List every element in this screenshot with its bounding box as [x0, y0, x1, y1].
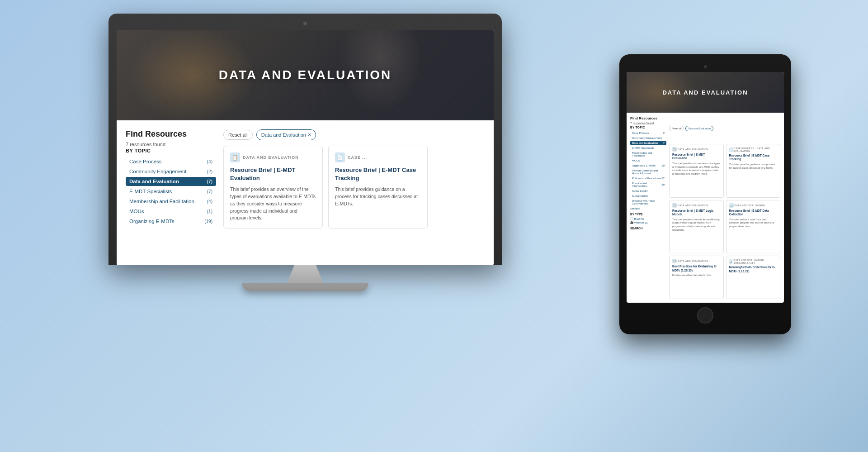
- t-card-icon-3: 📋: [672, 203, 677, 208]
- t-search-label: SEARCH: [630, 227, 666, 230]
- sidebar-title: Find Resources: [126, 129, 216, 139]
- t-topic-data-eval[interactable]: Data and Evaluation7: [630, 141, 666, 145]
- t-card-3[interactable]: 📋 DATA AND EVALUATION Resource Brief | E…: [669, 200, 724, 254]
- resource-card-1[interactable]: 📋 DATA AND EVALUATION Resource Brief | E…: [223, 146, 323, 228]
- t-card-2[interactable]: 📄 CASE PROCESS · DATA AND EVALUATION Res…: [726, 144, 781, 198]
- by-topic-label: BY TOPIC: [126, 148, 216, 153]
- t-card-5-title: Best Practices for Evaluating E-MDTs (1.…: [672, 265, 721, 272]
- t-topic-tribal[interactable]: Working with Tribal Communities: [630, 199, 666, 206]
- t-topic-social[interactable]: Social Equity: [630, 189, 666, 193]
- t-card-icon-2: 📄: [729, 147, 733, 152]
- card-1-title: Resource Brief | E-MDT Evaluation: [230, 166, 316, 182]
- card-1-desc: This brief provides an overview of the t…: [230, 186, 316, 222]
- t-card-icon-5: 📋: [672, 259, 677, 263]
- card-icon-2: 📄: [335, 152, 345, 162]
- t-card-1-title: Resource Brief | E-MDT Evaluation: [672, 153, 721, 161]
- t-topic-practice[interactable]: Practice and Interventions30: [630, 181, 666, 188]
- monitor-content: Reset all Data and Evaluation × 📋 DATA A…: [223, 129, 485, 256]
- t-filter-bar: Reset all Data and Evaluation: [669, 116, 780, 140]
- t-card-icon-6: 📊: [729, 259, 733, 264]
- t-by-topic: BY TOPIC: [630, 126, 666, 129]
- tablet-hero: DATA AND EVALUATION: [627, 72, 784, 113]
- monitor-hero-title: DATA AND EVALUATION: [219, 68, 392, 82]
- t-topic-sustainability[interactable]: Sustainability: [630, 194, 666, 198]
- t-topic-person-centered[interactable]: Person-Centered and Home Informed: [630, 168, 666, 176]
- t-card-4-title: Resource Brief | E-MDT Data Collection: [729, 209, 778, 217]
- topic-case-process[interactable]: Case Process (4): [126, 157, 216, 166]
- monitor-camera: [303, 22, 307, 25]
- filter-tag-data-evaluation: Data and Evaluation ×: [256, 129, 316, 140]
- t-topic-organizing[interactable]: Organizing E-MDTs19: [630, 163, 666, 168]
- card-2-title: Resource Brief | E-MDT Case Tracking: [335, 166, 421, 182]
- filter-tag-label: Data and Evaluation: [261, 132, 306, 138]
- find-resources-area: Find Resources 7 resources found BY TOPI…: [117, 120, 494, 265]
- filter-remove-button[interactable]: ×: [308, 132, 311, 138]
- tablet-device: DATA AND EVALUATION Find Resources 7 res…: [619, 54, 791, 334]
- monitor-sidebar: Find Resources 7 resources found BY TOPI…: [126, 129, 216, 256]
- t-topic-policies[interactable]: Policies and Procedures22: [630, 176, 666, 181]
- t-card-4-desc: This brief makes a case for a data colle…: [729, 218, 778, 228]
- cards-row: 📋 DATA AND EVALUATION Resource Brief | E…: [223, 146, 485, 228]
- card-2-desc: This brief provides guidance on a proces…: [335, 186, 421, 207]
- t-topic-mous[interactable]: MOUs: [630, 158, 666, 163]
- reset-button[interactable]: Reset all: [223, 130, 253, 140]
- tablet-content: Find Resources 7 resources found BY TOPI…: [627, 113, 784, 303]
- t-topic-emdt-spec[interactable]: E-MDT Specialists: [630, 146, 666, 150]
- t-card-icon-4: 📊: [729, 203, 734, 208]
- topic-community-engagement[interactable]: Community Engagement (2): [126, 167, 216, 176]
- monitor-hero: DATA AND EVALUATION: [117, 30, 494, 120]
- t-type-brief[interactable]: 📄 Brief (5): [630, 217, 666, 220]
- t-card-3-title: Resource Brief | E-MDT Logic Models: [672, 209, 721, 217]
- tablet-hero-title: DATA AND EVALUATION: [662, 89, 748, 96]
- tablet-cards: Reset all Data and Evaluation 📋 DATA AND…: [669, 116, 780, 299]
- tablet-home-button[interactable]: [697, 307, 713, 324]
- tablet-screen: DATA AND EVALUATION Find Resources 7 res…: [627, 72, 784, 303]
- tablet-frame: DATA AND EVALUATION Find Resources 7 res…: [619, 54, 791, 334]
- t-card-1-desc: This brief provides an overview of the t…: [672, 162, 721, 176]
- t-resources-found: 7 resources found: [630, 122, 666, 125]
- card-1-topic: DATA AND EVALUATION: [243, 155, 299, 160]
- topic-organizing[interactable]: Organizing E-MDTs (19): [126, 217, 216, 226]
- monitor-stand-neck: [287, 265, 323, 283]
- t-card-2-desc: This brief provides guidance on a proces…: [729, 163, 778, 170]
- t-card-5[interactable]: 📋 DATA AND EVALUATION Best Practices for…: [669, 256, 724, 299]
- monitor-stand-base: [242, 283, 368, 291]
- t-card-4[interactable]: 📊 DATA AND EVALUATION Resource Brief | E…: [726, 200, 781, 254]
- t-card-1[interactable]: 📋 DATA AND EVALUATION Resource Brief | E…: [669, 144, 724, 198]
- monitor-frame: DATA AND EVALUATION Find Resources 7 res…: [108, 14, 502, 265]
- t-card-3-desc: This brief provides a model for establis…: [672, 218, 721, 232]
- resources-found: 7 resources found: [126, 142, 216, 147]
- monitor-screen: DATA AND EVALUATION Find Resources 7 res…: [117, 30, 494, 265]
- topic-membership[interactable]: Membership and Facilitation (4): [126, 197, 216, 206]
- filter-bar: Reset all Data and Evaluation ×: [223, 129, 485, 140]
- t-by-type-label: BY TYPE: [630, 213, 666, 216]
- resource-card-2[interactable]: 📄 CASE ... Resource Brief | E-MDT Case T…: [328, 146, 428, 228]
- t-card-6-title: Meaningful Data Collection for E-MDTs (2…: [729, 266, 778, 273]
- tablet-camera: [704, 65, 707, 68]
- card-icon-1: 📋: [230, 152, 240, 162]
- t-filter-tag: Data and Evaluation: [685, 126, 713, 131]
- t-reset-button[interactable]: Reset all: [669, 126, 684, 131]
- topic-data-evaluation[interactable]: Data and Evaluation (7): [126, 177, 216, 186]
- t-see-less[interactable]: See less: [630, 207, 666, 210]
- t-filter-label: Data and Evaluation: [688, 127, 711, 130]
- t-card-5-desc: Funders are often interested in how: [672, 274, 721, 277]
- t-topic-member[interactable]: Membership and Facilitation: [630, 151, 666, 158]
- tablet-sidebar: Find Resources 7 resources found BY TOPI…: [630, 116, 666, 299]
- t-topic-community[interactable]: Community Engagement: [630, 136, 666, 140]
- topic-mous[interactable]: MOUs (1): [126, 207, 216, 216]
- t-topic-case-process[interactable]: Case Process2: [630, 131, 666, 135]
- desktop-monitor: DATA AND EVALUATION Find Resources 7 res…: [108, 14, 502, 291]
- t-card-2-title: Resource Brief | E-MDT Case Tracking: [729, 154, 778, 162]
- t-card-icon-1: 📋: [672, 147, 677, 152]
- t-type-webinar[interactable]: 🎥 Webinar (2): [630, 221, 666, 224]
- card-2-topic: CASE ...: [348, 155, 367, 160]
- t-sidebar-title: Find Resources: [630, 116, 666, 120]
- topic-emdt-specialists[interactable]: E-MDT Specialists (7): [126, 187, 216, 196]
- t-card-6[interactable]: 📊 DATA AND EVALUATION · SUSTAINABILITY M…: [726, 256, 781, 299]
